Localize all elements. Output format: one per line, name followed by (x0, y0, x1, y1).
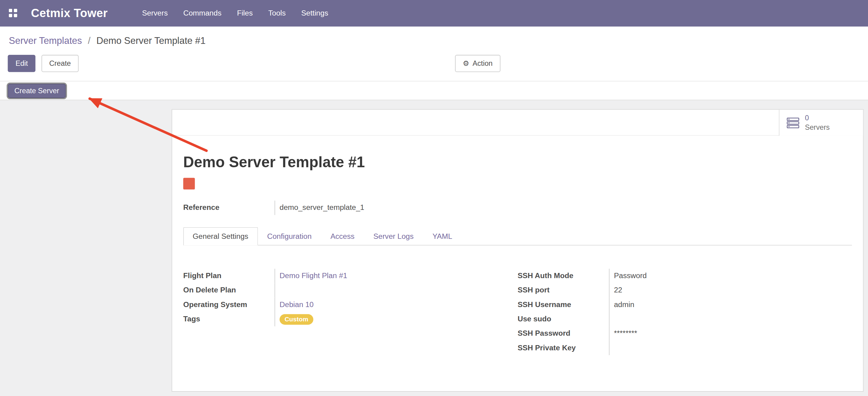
servers-label: Servers (805, 123, 830, 132)
ssh-port-label: SSH port (518, 283, 609, 297)
control-panel-buttons: Edit Create ⚙ Action (8, 55, 860, 72)
sheet-inner: Demo Server Template #1 Reference demo_s… (172, 154, 863, 355)
ssh-private-key-label: SSH Private Key (518, 341, 609, 355)
record-title: Demo Server Template #1 (183, 154, 852, 171)
top-navbar: Cetmix Tower Servers Commands Files Tool… (0, 0, 868, 27)
tab-yaml[interactable]: YAML (423, 227, 462, 246)
ssh-username-value: admin (609, 298, 852, 312)
on-delete-plan-label: On Delete Plan (183, 283, 275, 297)
template-color-swatch (183, 178, 195, 190)
notebook-tabs: General Settings Configuration Access Se… (183, 227, 852, 246)
ssh-auth-mode-label: SSH Auth Mode (518, 269, 609, 283)
nav-item-servers[interactable]: Servers (134, 0, 176, 27)
gear-icon: ⚙ (463, 60, 469, 67)
field-groups: Flight Plan Demo Flight Plan #1 On Delet… (183, 269, 852, 355)
ssh-password-value: ******** (609, 326, 852, 341)
nav-item-settings[interactable]: Settings (293, 0, 336, 27)
form-statusbar: Create Server (0, 81, 868, 101)
field-row-ssh-username: SSH Username admin (518, 298, 852, 312)
main-menu: Servers Commands Files Tools Settings (134, 0, 336, 27)
tag-custom: Custom (280, 314, 313, 325)
tab-general-settings[interactable]: General Settings (183, 227, 258, 246)
breadcrumb: Server Templates / Demo Server Template … (9, 35, 860, 46)
action-button[interactable]: ⚙ Action (455, 55, 500, 72)
servers-stat-button[interactable]: 0 Servers (779, 110, 863, 136)
field-row-ssh-port: SSH port 22 (518, 283, 852, 297)
edit-button[interactable]: Edit (8, 55, 36, 72)
operating-system-label: Operating System (183, 298, 275, 312)
ssh-password-label: SSH Password (518, 326, 609, 341)
servers-stat-text: 0 Servers (805, 114, 830, 132)
field-row-operating-system: Operating System Debian 10 (183, 298, 518, 312)
field-row-ssh-auth-mode: SSH Auth Mode Password (518, 269, 852, 283)
ssh-username-label: SSH Username (518, 298, 609, 312)
server-stack-icon (787, 117, 800, 128)
nav-item-commands[interactable]: Commands (176, 0, 229, 27)
create-button[interactable]: Create (41, 55, 79, 72)
reference-field-row: Reference demo_server_template_1 (183, 200, 852, 215)
apps-grid-icon[interactable] (9, 9, 18, 18)
ssh-port-value: 22 (609, 283, 852, 297)
tab-configuration[interactable]: Configuration (258, 227, 321, 246)
on-delete-plan-value (275, 283, 517, 297)
field-row-tags: Tags Custom (183, 312, 518, 326)
breadcrumb-separator: / (88, 35, 91, 46)
ssh-private-key-value (609, 341, 852, 355)
form-sheet: 0 Servers Demo Server Template #1 Refere… (172, 109, 864, 392)
flight-plan-link[interactable]: Demo Flight Plan #1 (280, 272, 347, 280)
reference-value: demo_server_template_1 (275, 200, 852, 215)
servers-count: 0 (805, 114, 830, 123)
field-row-on-delete-plan: On Delete Plan (183, 283, 518, 297)
reference-label: Reference (183, 200, 275, 215)
app-window: Cetmix Tower Servers Commands Files Tool… (0, 0, 868, 396)
breadcrumb-parent-link[interactable]: Server Templates (9, 35, 82, 46)
create-server-button[interactable]: Create Server (8, 83, 66, 98)
field-row-flight-plan: Flight Plan Demo Flight Plan #1 (183, 269, 518, 283)
field-group-right: SSH Auth Mode Password SSH port 22 SSH U… (518, 269, 852, 355)
tags-label: Tags (183, 312, 275, 326)
ssh-auth-mode-value: Password (609, 269, 852, 283)
nav-item-files[interactable]: Files (229, 0, 260, 27)
content-area: 0 Servers Demo Server Template #1 Refere… (0, 109, 868, 396)
button-box-row: 0 Servers (172, 110, 863, 136)
nav-item-tools[interactable]: Tools (260, 0, 293, 27)
field-row-use-sudo: Use sudo (518, 312, 852, 326)
apps-grid-dot (9, 14, 12, 17)
apps-grid-dot (14, 14, 17, 17)
use-sudo-label: Use sudo (518, 312, 609, 326)
flight-plan-label: Flight Plan (183, 269, 275, 283)
apps-grid-dot (9, 9, 12, 12)
field-row-ssh-password: SSH Password ******** (518, 326, 852, 341)
tab-access[interactable]: Access (321, 227, 364, 246)
field-row-ssh-private-key: SSH Private Key (518, 341, 852, 355)
control-panel: Server Templates / Demo Server Template … (0, 27, 868, 81)
app-brand[interactable]: Cetmix Tower (31, 7, 108, 20)
field-group-left: Flight Plan Demo Flight Plan #1 On Delet… (183, 269, 518, 355)
action-button-label: Action (473, 59, 493, 67)
breadcrumb-current: Demo Server Template #1 (96, 35, 206, 46)
apps-grid-dot (14, 9, 17, 12)
operating-system-link[interactable]: Debian 10 (280, 300, 314, 309)
tab-server-logs[interactable]: Server Logs (364, 227, 423, 246)
use-sudo-value (609, 312, 852, 326)
